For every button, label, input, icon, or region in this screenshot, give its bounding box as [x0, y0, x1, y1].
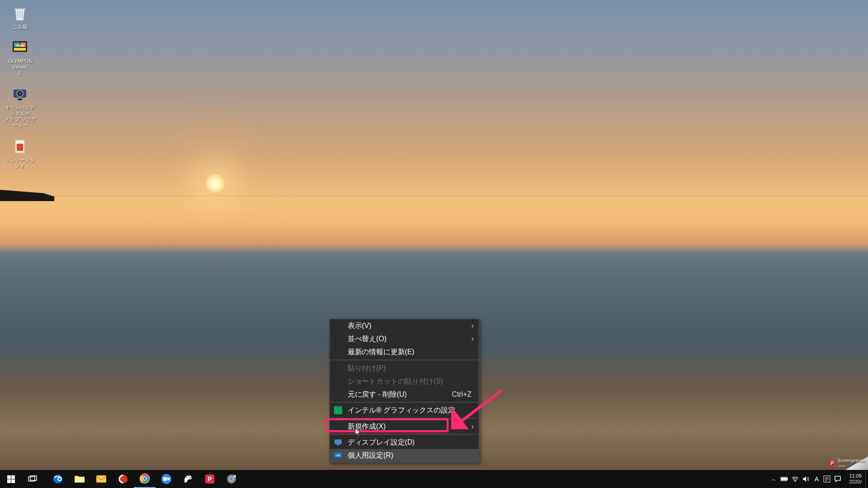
intel-icon — [333, 405, 343, 415]
svg-text:View: View — [16, 43, 24, 47]
desktop-icons-column: ごみ箱 View OLYMPUS Viewer 2 オリンパスデジタルカ メラ … — [3, 4, 39, 177]
studio-app-icon — [10, 137, 29, 156]
zoom-button[interactable] — [156, 470, 177, 488]
ctx-display-settings[interactable]: ディスプレイ設定(D) — [330, 436, 479, 449]
mail-app-button[interactable] — [90, 470, 112, 488]
svg-point-39 — [795, 481, 796, 482]
svg-rect-27 — [163, 477, 167, 481]
taskbar-clock[interactable]: 11:05 2020/ — [845, 473, 865, 485]
ctx-separator — [330, 418, 478, 418]
ctx-paste-shortcut: ショートカットの貼り付け(S) — [330, 375, 479, 388]
taskbar-left: P — [0, 470, 242, 488]
wallpaper-headland — [0, 190, 54, 201]
task-view-button[interactable] — [22, 470, 43, 488]
ctx-separator — [330, 402, 478, 403]
chrome-alt-button[interactable] — [221, 470, 242, 488]
svg-point-25 — [143, 477, 146, 480]
recycle-bin-icon[interactable]: ごみ箱 — [3, 4, 37, 30]
start-button[interactable] — [0, 470, 22, 488]
personalize-icon — [333, 451, 343, 460]
file-explorer-button[interactable] — [69, 470, 90, 488]
tray-chevron-up-icon[interactable]: ︿ — [769, 475, 778, 483]
p-app-button[interactable]: P — [199, 470, 221, 488]
svg-text:P: P — [208, 475, 212, 483]
system-tray: ︿ A — [766, 470, 845, 488]
updater-app-icon — [10, 84, 29, 103]
svg-rect-14 — [7, 475, 11, 479]
clock-date: 2020/ — [849, 479, 862, 485]
ctx-separator — [330, 434, 478, 435]
olympus-updater-icon[interactable]: オリンパスデジタルカ メラ アップデーター — [3, 84, 37, 129]
ime-settings-icon[interactable] — [823, 475, 831, 483]
ctx-sort[interactable]: 並べ替え(O) — [330, 332, 479, 345]
edge-browser-button[interactable] — [47, 470, 69, 488]
svg-rect-11 — [335, 440, 342, 445]
svg-rect-37 — [787, 478, 788, 480]
screenpresso-watermark: P Screenpresso.com — [829, 458, 865, 468]
svg-rect-9 — [17, 144, 23, 151]
ccleaner-button[interactable] — [112, 470, 134, 488]
taskbar-right: ︿ A 11:05 2020/ — [766, 470, 868, 488]
svg-rect-21 — [96, 475, 106, 483]
svg-rect-38 — [781, 478, 787, 480]
battery-icon[interactable] — [780, 475, 788, 483]
svg-rect-3 — [14, 48, 26, 51]
wifi-icon[interactable] — [791, 475, 799, 483]
taskbar: P ︿ A 11:05 2020/ — [0, 470, 868, 488]
chrome-button[interactable] — [134, 470, 156, 488]
clock-time: 11:05 — [849, 473, 862, 479]
svg-point-28 — [186, 477, 187, 478]
display-icon — [333, 438, 343, 447]
svg-point-29 — [188, 476, 189, 477]
wallpaper-horizon — [0, 195, 868, 196]
icon-label: OLYMPUS Viewer 2 — [3, 58, 37, 76]
icon-label: ジンソースタジオ — [3, 157, 37, 169]
svg-point-34 — [230, 477, 233, 481]
ctx-undo-delete[interactable]: 元に戻す - 削除(U)Ctrl+Z — [330, 388, 479, 401]
svg-rect-15 — [11, 475, 15, 479]
ctx-personalize[interactable]: 個人用設定(R) — [330, 449, 479, 462]
show-desktop-button[interactable] — [865, 470, 868, 488]
ctx-paste: 貼り付け(P) — [330, 361, 479, 375]
jinsou-studio-icon[interactable]: ジンソースタジオ — [3, 137, 37, 169]
ctx-refresh[interactable]: 最新の情報に更新(E) — [330, 345, 479, 358]
ctx-intel-graphics[interactable]: インテル® グラフィックスの設定 — [330, 404, 479, 417]
svg-point-7 — [19, 92, 21, 95]
icon-label: ごみ箱 — [13, 24, 28, 30]
svg-point-30 — [190, 477, 191, 479]
svg-rect-16 — [7, 479, 11, 483]
trash-icon — [10, 4, 29, 23]
wallpaper-sun — [206, 174, 225, 193]
volume-icon[interactable] — [802, 475, 810, 483]
icon-label: オリンパスデジタルカ メラ アップデーター — [3, 105, 37, 129]
ime-mode-indicator[interactable]: A — [813, 475, 820, 483]
svg-rect-17 — [11, 479, 15, 483]
viewer-app-icon: View — [10, 38, 29, 57]
svg-rect-10 — [334, 406, 342, 414]
ctx-separator — [330, 360, 478, 360]
svg-rect-12 — [337, 444, 339, 446]
olympus-viewer-icon[interactable]: View OLYMPUS Viewer 2 — [3, 38, 37, 76]
ctx-view[interactable]: 表示(V) — [330, 319, 479, 332]
desktop-context-menu: 表示(V) 並べ替え(O) 最新の情報に更新(E) 貼り付け(P) ショートカッ… — [329, 319, 479, 463]
svg-rect-13 — [335, 453, 342, 458]
paint-app-button[interactable] — [177, 470, 199, 488]
svg-point-35 — [233, 475, 236, 478]
ctx-new[interactable]: 新規作成(X) — [330, 420, 479, 433]
action-center-icon[interactable] — [834, 475, 842, 483]
